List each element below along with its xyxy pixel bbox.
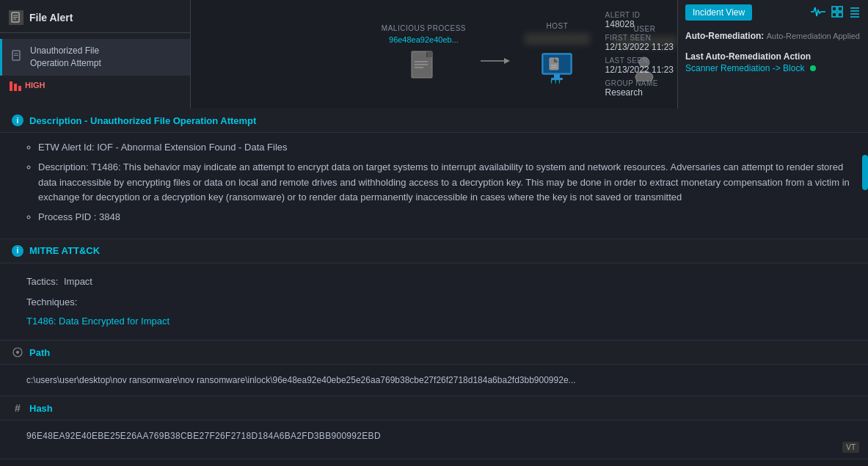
scrollbar-indicator: [862, 155, 868, 190]
pulse-icon[interactable]: [811, 6, 825, 21]
svg-rect-29: [832, 7, 836, 11]
path-body: c:\users\user\desktop\nov ransomware\nov…: [0, 365, 868, 396]
mitre-technique-link[interactable]: T1486: Data Encrypted for Impact: [26, 312, 169, 331]
sidebar-left: File Alert Unauthorized File Operation A…: [0, 0, 191, 109]
hash-value: 96E48EA92E40EBE25E26AA769B38CBE27F26F271…: [26, 431, 381, 441]
last-seen-value: 12/13/2022 11:23: [605, 65, 674, 75]
status-dot: [810, 65, 816, 71]
description-body: ETW Alert Id: IOF - Abnormal Extension F…: [0, 133, 868, 239]
path-title: Path: [29, 347, 50, 358]
svg-marker-17: [504, 58, 510, 64]
first-seen-label: FIRST SEEN: [605, 34, 674, 42]
first-seen-value: 12/13/2022 11:23: [605, 42, 674, 52]
app-title-text: File Alert: [29, 12, 73, 23]
alert-item-text: Unauthorized File Operation Attempt: [30, 45, 101, 70]
file-alert-icon: [9, 10, 23, 25]
host-node: HOST hostname.corp ↑↑↑: [525, 22, 590, 87]
high-severity-indicator: HIGH: [0, 76, 190, 95]
path-header-icon: [12, 346, 23, 358]
alert-item[interactable]: Unauthorized File Operation Attempt: [0, 39, 190, 76]
grid-icon[interactable]: [831, 6, 843, 21]
hash-section: # Hash 96E48EA92E40EBE25E26AA769B38CBE27…: [0, 396, 868, 459]
mitre-body: Tactics: Impact Techniques: T1486: Data …: [0, 263, 868, 340]
incident-view-button[interactable]: Incident View: [685, 4, 752, 21]
path-header: Path: [0, 341, 868, 365]
list-icon[interactable]: [849, 6, 861, 21]
description-bullet-2: Description: T1486: This behavior may in…: [38, 160, 856, 205]
toolbar-icons: [811, 6, 861, 21]
group-name-value: Research: [605, 87, 674, 98]
path-section: Path c:\users\user\desktop\nov ransomwar…: [0, 341, 868, 396]
header-wrapper: File Alert Unauthorized File Operation A…: [0, 0, 868, 109]
hash-header-icon: #: [12, 402, 23, 414]
body-wrapper: i Description - Unauthorized File Operat…: [0, 109, 868, 466]
arrow-right: [481, 54, 510, 70]
alert-id-group: ALERT ID 148028: [605, 11, 674, 29]
malicious-process-value: 96e48ea92e40eb...: [389, 35, 459, 44]
hash-body: 96E48EA92E40EBE25E26AA769B38CBE27F26F271…: [0, 421, 868, 459]
svg-rect-8: [14, 84, 17, 91]
alert-id-label: ALERT ID: [605, 11, 674, 19]
svg-rect-12: [428, 51, 432, 57]
svg-point-38: [16, 351, 19, 354]
last-seen-group: LAST SEEN 12/13/2022 11:23: [605, 57, 674, 75]
severity-label: HIGH: [25, 81, 45, 90]
malicious-process-label: MALICIOUS PROCESS: [382, 24, 466, 32]
last-seen-label: LAST SEEN: [605, 57, 674, 65]
svg-rect-9: [18, 86, 21, 91]
last-action-value[interactable]: Scanner Remediation -> Block: [685, 63, 804, 73]
mitre-header: i MITRE ATT&CK: [0, 239, 868, 263]
tactics-line: Tactics: Impact: [26, 271, 856, 293]
techniques-line: Techniques:: [26, 293, 856, 312]
mitre-info-icon: i: [12, 245, 23, 257]
description-title: Description - Unauthorized File Operatio…: [29, 115, 256, 126]
description-section: i Description - Unauthorized File Operat…: [0, 109, 868, 239]
group-name-group: GROUP NAME Research: [605, 79, 674, 98]
mitre-title: MITRE ATT&CK: [29, 245, 100, 256]
svg-rect-31: [832, 12, 836, 17]
host-value: hostname.corp: [525, 33, 590, 45]
last-action-container: Last Auto-Remediation Action Scanner Rem…: [685, 51, 861, 73]
description-bullet-3: Process PID : 3848: [38, 210, 856, 225]
host-label: HOST: [547, 22, 569, 30]
alert-item-icon: [11, 50, 24, 65]
svg-rect-32: [838, 12, 842, 17]
group-name-label: GROUP NAME: [605, 79, 674, 87]
hash-header: # Hash: [0, 396, 868, 421]
description-header: i Description - Unauthorized File Operat…: [0, 109, 868, 133]
description-bullet-1: ETW Alert Id: IOF - Abnormal Extension F…: [38, 140, 856, 156]
description-list: ETW Alert Id: IOF - Abnormal Extension F…: [26, 140, 856, 225]
svg-text:↑↑↑: ↑↑↑: [550, 78, 561, 84]
alert-id-value: 148028: [605, 19, 674, 29]
svg-rect-7: [10, 81, 12, 91]
malicious-process-node: MALICIOUS PROCESS 96e48ea92e40eb...: [382, 24, 466, 84]
auto-remediation-text: Auto-Remediation: Auto-Remediation Appli…: [685, 29, 861, 43]
last-action-label: Last Auto-Remediation Action: [685, 51, 861, 62]
top-right-controls: Incident View: [677, 0, 868, 109]
svg-rect-30: [838, 7, 842, 11]
first-seen-group: FIRST SEEN 12/13/2022 11:23: [605, 34, 674, 52]
vt-badge[interactable]: VT: [842, 442, 859, 453]
app-title: File Alert: [0, 6, 190, 33]
description-info-icon: i: [12, 114, 23, 126]
hash-title: Hash: [29, 403, 53, 414]
mitre-section: i MITRE ATT&CK Tactics: Impact Technique…: [0, 239, 868, 341]
alert-meta-panel: ALERT ID 148028 FIRST SEEN 12/13/2022 11…: [605, 0, 674, 109]
path-value: c:\users\user\desktop\nov ransomware\nov…: [26, 375, 576, 385]
